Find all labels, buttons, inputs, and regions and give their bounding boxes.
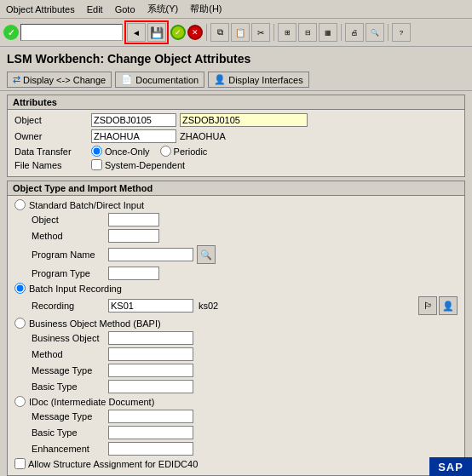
system-dependent-checkbox[interactable]: System-Dependent <box>91 159 185 170</box>
flag-icon: 🏳 <box>423 301 433 311</box>
data-transfer-radio-group: Once-Only Periodic <box>91 146 207 157</box>
object-input-2[interactable] <box>180 113 308 127</box>
bapi-msg-type-label: Message Type <box>32 365 108 376</box>
once-only-label: Once-Only <box>105 146 150 157</box>
batch-input-label: Batch Input Recording <box>29 284 122 294</box>
standard-batch-radio[interactable] <box>14 199 26 210</box>
green-check-icon[interactable]: ✓ <box>3 25 19 40</box>
program-name-label: Program Name <box>32 249 108 260</box>
program-name-input[interactable] <box>108 248 193 261</box>
batch-input-fields: Recording ks02 🏳 👤 <box>32 296 458 315</box>
bapi-basic-type-input[interactable] <box>108 380 193 393</box>
recording-value2: ks02 <box>199 301 218 311</box>
page-title: LSM Workbench: Change Object Attributes <box>0 47 472 69</box>
idoc-basic-type-label: Basic Type <box>32 427 108 438</box>
enhancement-row: Enhancement <box>32 442 458 456</box>
periodic-input[interactable] <box>160 146 171 157</box>
obj-object-row: Object <box>32 213 458 227</box>
display-change-label: Display <-> Change <box>23 75 106 85</box>
toolbar-btn-2[interactable]: ✕ <box>187 25 203 40</box>
menu-object-attributes[interactable]: Object Attributes <box>3 3 78 15</box>
owner-input-1[interactable] <box>91 129 176 143</box>
object-type-section: Object Type and Import Method Standard B… <box>7 181 465 476</box>
menu-edit[interactable]: Edit <box>84 3 106 15</box>
once-only-radio[interactable]: Once-Only <box>91 146 150 157</box>
cut-icon: ✂ <box>257 28 264 37</box>
attributes-section-title: Attributes <box>8 95 464 110</box>
sap-logo-bar: SAP <box>429 457 472 476</box>
bapi-msg-type-input[interactable] <box>108 364 193 377</box>
search-icon: 🔍 <box>200 249 212 261</box>
idoc-msg-type-input[interactable] <box>108 410 193 423</box>
bapi-basic-type-label: Basic Type <box>32 381 108 392</box>
bapi-method-input[interactable] <box>108 347 193 361</box>
toolbar-btn-6[interactable]: ⊞ <box>278 23 296 42</box>
sap-logo: SAP <box>438 461 463 473</box>
periodic-radio[interactable]: Periodic <box>160 146 208 157</box>
bapi-label: Business Object Method (BAPI) <box>29 318 161 329</box>
object-input-1[interactable] <box>91 113 176 127</box>
owner-value: ZHAOHUA <box>180 131 226 141</box>
menu-help[interactable]: 帮助(H) <box>187 2 224 16</box>
documentation-btn[interactable]: 📄 Documentation <box>115 72 204 88</box>
attributes-section: Attributes Object Owner ZHAOHUA Data Tra… <box>7 95 465 177</box>
business-object-label: Business Object <box>32 333 108 343</box>
action-row: ⇄ Display <-> Change 📄 Documentation 👤 D… <box>0 69 472 91</box>
periodic-label: Periodic <box>174 146 208 157</box>
toolbar-input[interactable] <box>20 24 123 41</box>
idoc-radio[interactable] <box>14 396 26 407</box>
nav-save-btn[interactable]: 💾 <box>147 23 166 42</box>
program-type-label: Program Type <box>32 268 108 278</box>
display-interfaces-btn[interactable]: 👤 Display Interfaces <box>208 72 308 88</box>
business-object-input[interactable] <box>108 331 193 345</box>
toolbar-btn-7[interactable]: ⊟ <box>298 23 317 42</box>
data-transfer-label: Data Transfer <box>14 146 91 157</box>
batch-input-radio[interactable] <box>14 283 26 294</box>
idoc-msg-type-row: Message Type <box>32 410 458 423</box>
toolbar-btn-5[interactable]: ✂ <box>251 23 270 42</box>
standard-batch-label: Standard Batch/Direct Input <box>29 200 144 210</box>
recording-input[interactable] <box>108 299 193 313</box>
toolbar-btn-3[interactable]: ⧉ <box>210 23 229 42</box>
recording-btn-2[interactable]: 👤 <box>439 296 458 315</box>
bapi-basic-type-row: Basic Type <box>32 380 458 393</box>
owner-label: Owner <box>14 131 91 141</box>
obj-method-row: Method <box>32 229 458 243</box>
allow-structure-input[interactable] <box>14 458 26 469</box>
documentation-label: Documentation <box>135 75 199 85</box>
menu-system[interactable]: 系统(Y) <box>145 2 181 16</box>
toolbar-btn-9[interactable]: 🖨 <box>345 23 364 42</box>
owner-row: Owner ZHAOHUA <box>14 129 458 143</box>
menu-goto[interactable]: Goto <box>112 3 138 15</box>
obj-method-input[interactable] <box>108 229 159 243</box>
system-dependent-input[interactable] <box>91 159 102 170</box>
program-search-btn[interactable]: 🔍 <box>197 245 216 264</box>
once-only-input[interactable] <box>91 146 102 157</box>
idoc-fields: Message Type Basic Type Enhancement <box>32 410 458 456</box>
toolbar-btn-10[interactable]: 🔍 <box>366 23 384 42</box>
doc-icon: 📄 <box>121 74 133 85</box>
toolbar-btn-4[interactable]: 📋 <box>231 23 250 42</box>
menu-bar: Object Attributes Edit Goto 系统(Y) 帮助(H) <box>0 0 472 19</box>
recording-btn-1[interactable]: 🏳 <box>418 296 437 315</box>
display-change-icon: ⇄ <box>13 74 20 85</box>
recording-label: Recording <box>32 301 108 311</box>
enhancement-label: Enhancement <box>32 444 108 454</box>
toolbar-btn-1[interactable]: ✓ <box>170 25 186 40</box>
bapi-radio[interactable] <box>14 318 26 329</box>
bapi-method-label: Method <box>32 349 108 359</box>
allow-structure-checkbox[interactable]: Allow Structure Assignment for EDIDC40 <box>14 458 198 469</box>
object-type-body: Standard Batch/Direct Input Object Metho… <box>8 196 464 475</box>
toolbar-btn-11[interactable]: ? <box>392 23 411 42</box>
nav-back-btn[interactable]: ◄ <box>127 23 146 42</box>
idoc-label: IDoc (Intermediate Document) <box>29 397 154 407</box>
interfaces-icon: 👤 <box>214 74 226 85</box>
enhancement-input[interactable] <box>108 442 193 456</box>
idoc-basic-type-input[interactable] <box>108 426 193 439</box>
object-label: Object <box>14 115 91 125</box>
display-change-btn[interactable]: ⇄ Display <-> Change <box>7 72 112 88</box>
toolbar-btn-8[interactable]: ▦ <box>319 23 337 42</box>
program-type-input[interactable] <box>108 267 159 280</box>
obj-object-input[interactable] <box>108 213 159 227</box>
separator-1 <box>206 24 207 41</box>
